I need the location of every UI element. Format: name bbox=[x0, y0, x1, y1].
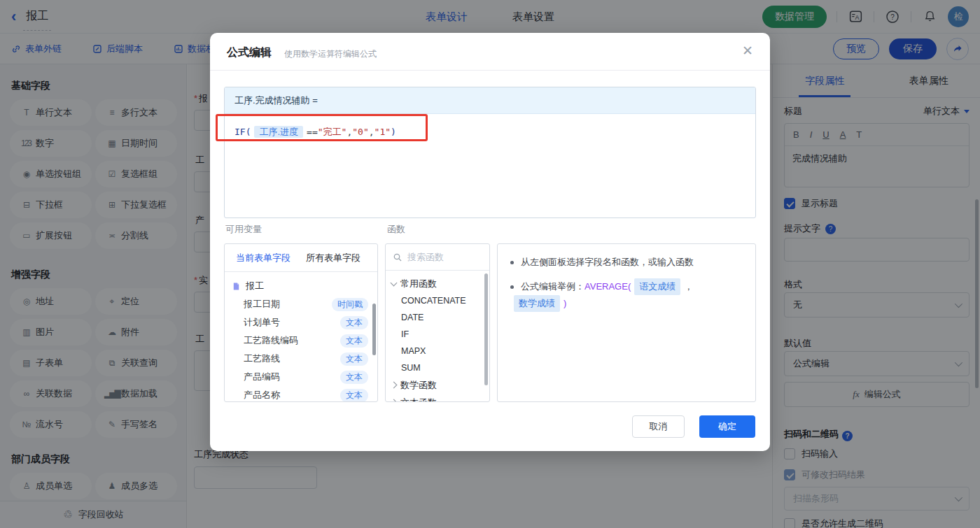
function-search[interactable] bbox=[386, 244, 489, 271]
function-item[interactable]: MAPX bbox=[386, 343, 489, 359]
variable-name: 产品名称 bbox=[244, 389, 280, 401]
chevron-open-icon bbox=[391, 279, 398, 286]
variable-type-badge: 时间戳 bbox=[332, 298, 368, 311]
chevron-collapsed-icon bbox=[391, 399, 398, 402]
bullet-icon bbox=[510, 285, 514, 289]
function-search-input[interactable] bbox=[407, 252, 477, 262]
form-tree-root[interactable]: 报工 bbox=[225, 277, 377, 295]
search-icon bbox=[393, 252, 402, 262]
confirm-button[interactable]: 确定 bbox=[699, 415, 755, 438]
chevron-collapsed-icon bbox=[391, 382, 398, 389]
variable-name: 计划单号 bbox=[244, 316, 280, 329]
formula-edit-modal: 公式编辑 使用数学运算符编辑公式 ✕ 工序.完成情况辅助 = IF(工序.进度=… bbox=[210, 33, 770, 451]
tab-current-form-fields[interactable]: 当前表单字段 bbox=[236, 252, 290, 264]
functions-label: 函数 bbox=[387, 223, 405, 236]
variable-row[interactable]: 计划单号 文本 bbox=[225, 313, 377, 331]
function-item[interactable]: SUM bbox=[386, 359, 489, 376]
help-tip-1: 从左侧面板选择字段名和函数，或输入函数 bbox=[510, 255, 743, 270]
variable-type-badge: 文本 bbox=[340, 352, 368, 366]
variable-name: 报工日期 bbox=[244, 298, 280, 311]
divider bbox=[210, 70, 770, 71]
app-screen: ‹ 报工 表单设计 表单设置 数据管理 A ? 检 bbox=[0, 0, 980, 528]
variable-row[interactable]: 报工日期 时间戳 bbox=[225, 295, 377, 313]
variable-type-badge: 文本 bbox=[340, 316, 368, 329]
example-field-chip: 语文成绩 bbox=[634, 278, 680, 295]
cancel-button[interactable]: 取消 bbox=[632, 415, 685, 438]
document-icon bbox=[232, 282, 241, 291]
variable-row[interactable]: 工艺路线 文本 bbox=[225, 350, 377, 368]
variable-row[interactable]: 产品编码 文本 bbox=[225, 368, 377, 386]
help-tip-2: 公式编辑举例：AVERAGE( 语文成绩 ， 数学成绩 ) bbox=[510, 278, 743, 312]
function-item[interactable]: CONCATENATE bbox=[386, 292, 489, 309]
close-icon[interactable]: ✕ bbox=[742, 44, 753, 57]
bullet-icon bbox=[510, 261, 514, 264]
variable-name: 产品编码 bbox=[244, 371, 280, 383]
functions-panel: 常用函数 CONCATENATEDATEIFMAPXSUM 数学函数 文本函数 bbox=[385, 243, 490, 402]
functions-scrollbar[interactable] bbox=[484, 273, 488, 385]
variables-list: 报工 报工日期 时间戳 计划单号 文本 工艺路线编码 文本 工艺路线 文本 bbox=[225, 272, 377, 402]
variables-scrollbar[interactable] bbox=[372, 304, 376, 355]
variable-type-badge: 文本 bbox=[340, 334, 368, 348]
tab-all-form-fields[interactable]: 所有表单字段 bbox=[306, 252, 360, 264]
variable-type-badge: 文本 bbox=[340, 389, 368, 402]
function-item[interactable]: IF bbox=[386, 326, 489, 343]
variable-row[interactable]: 工艺路线编码 文本 bbox=[225, 331, 377, 350]
function-group-math[interactable]: 数学函数 bbox=[386, 376, 489, 394]
function-group-text[interactable]: 文本函数 bbox=[386, 394, 489, 402]
variable-rows: 报工日期 时间戳 计划单号 文本 工艺路线编码 文本 工艺路线 文本 产品编码 … bbox=[225, 295, 377, 402]
formula-expression[interactable]: IF(工序.进度=="完工","0","1") bbox=[225, 114, 755, 150]
formula-editor[interactable]: 工序.完成情况辅助 = IF(工序.进度=="完工","0","1") bbox=[224, 87, 756, 218]
formula-function: IF( bbox=[234, 127, 251, 137]
function-item[interactable]: DATE bbox=[386, 309, 489, 326]
example-field-chip: 数学成绩 bbox=[514, 295, 560, 312]
variable-type-badge: 文本 bbox=[340, 371, 368, 384]
variables-label: 可用变量 bbox=[225, 223, 262, 236]
variables-panel: 当前表单字段 所有表单字段 报工 报工日期 时间戳 计划单号 文本 工艺路线编码 bbox=[224, 243, 378, 402]
field-chip[interactable]: 工序.进度 bbox=[254, 126, 303, 138]
formula-help-panel: 从左侧面板选择字段名和函数，或输入函数 公式编辑举例：AVERAGE( 语文成绩… bbox=[497, 243, 756, 402]
function-group-common[interactable]: 常用函数 bbox=[386, 275, 489, 292]
function-items: CONCATENATEDATEIFMAPXSUM bbox=[386, 292, 489, 376]
modal-title: 公式编辑 bbox=[227, 45, 272, 60]
variable-name: 工艺路线 bbox=[244, 352, 280, 365]
formula-target: 工序.完成情况辅助 = bbox=[225, 87, 755, 114]
variable-name: 工艺路线编码 bbox=[244, 334, 298, 347]
modal-subtitle: 使用数学运算符编辑公式 bbox=[284, 48, 377, 60]
variable-row[interactable]: 产品名称 文本 bbox=[225, 386, 377, 402]
variables-tabs: 当前表单字段 所有表单字段 bbox=[225, 244, 377, 272]
